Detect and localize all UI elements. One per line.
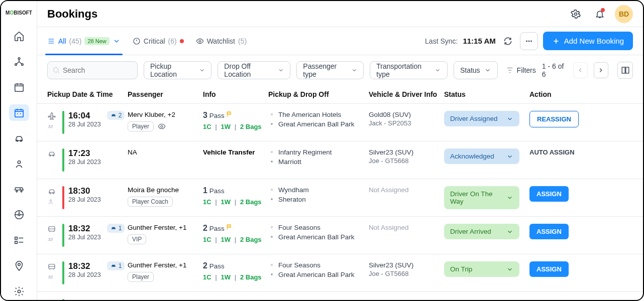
driver-name: Joe - GT5668 [369, 157, 444, 165]
pickup-location: Four Seasons [268, 299, 369, 300]
add-new-booking-button[interactable]: Add New Booking [543, 32, 633, 50]
refresh-icon[interactable] [501, 34, 515, 48]
pass-count: 2 Pass [203, 299, 268, 300]
action-button[interactable]: ASSIGN [529, 261, 569, 277]
nav-calendar-icon[interactable] [9, 79, 29, 95]
nav-car-icon[interactable] [9, 130, 29, 146]
tab-all-new-chip: 28 New [84, 37, 109, 45]
watch-icon[interactable] [158, 122, 166, 130]
vehicle-name: Silver23 (SUV) [369, 148, 444, 156]
svg-rect-13 [15, 241, 17, 244]
svg-point-31 [50, 155, 51, 156]
filter-pickup-location[interactable]: Pickup Location [144, 61, 211, 79]
pass-count: 1 Pass [203, 186, 268, 195]
status-dropdown[interactable]: Driver Assigned [444, 111, 519, 126]
role-tag: Player [128, 272, 154, 282]
search-icon [52, 66, 60, 74]
svg-point-33 [271, 151, 273, 153]
svg-rect-24 [625, 67, 628, 73]
status-dropdown[interactable]: Driver Arrived [444, 224, 519, 239]
col-status: Status [444, 90, 529, 98]
nav-fleet-icon[interactable] [9, 181, 29, 198]
nav-org-icon[interactable] [9, 53, 29, 70]
luggage-detail: 1C | 1W | 2 Bags [203, 273, 268, 281]
filter-status[interactable]: Status [454, 61, 498, 79]
svg-point-9 [21, 191, 22, 193]
nav-settings-icon[interactable] [9, 283, 29, 300]
svg-point-48 [51, 276, 52, 277]
tab-critical[interactable]: Critical (6) [133, 27, 184, 55]
filter-passenger-type[interactable]: Passenger type [296, 61, 364, 79]
search-input[interactable] [47, 61, 138, 79]
svg-point-19 [526, 40, 527, 41]
svg-rect-23 [622, 67, 625, 73]
pass-count: 2 Pass [203, 224, 268, 233]
prev-page-button[interactable] [573, 62, 588, 78]
critical-dot-icon [180, 39, 184, 43]
pass-count: 3 Pass [203, 111, 268, 120]
svg-point-22 [54, 68, 58, 72]
col-route: Pickup & Drop Off [268, 90, 369, 98]
svg-point-29 [271, 113, 273, 115]
nav-home-icon[interactable] [9, 28, 29, 44]
table-row[interactable]: 18:32 Gunther Ferster, +1 2 Pass Four Se… [37, 292, 643, 300]
next-page-button[interactable] [594, 62, 608, 78]
svg-point-7 [18, 161, 21, 164]
group-icon [47, 123, 54, 130]
action-button[interactable]: ASSIGN [529, 224, 569, 239]
svg-point-8 [16, 191, 18, 193]
svg-point-27 [161, 125, 163, 127]
pass-count: 2 Pass [203, 261, 268, 270]
svg-point-39 [271, 198, 273, 200]
tab-watchlist[interactable]: Watchlist (5) [196, 27, 247, 55]
table-row[interactable]: 16:0428 Jul 2023 2 Merv Kluber, +2 Playe… [37, 104, 643, 141]
pickup-location: Four Seasons [268, 224, 369, 231]
pickup-time: 18:32 [68, 261, 101, 271]
tab-all-count: (45) [69, 37, 82, 45]
status-bar [62, 148, 64, 172]
nav-location-icon[interactable] [9, 258, 29, 274]
settings-gear-icon[interactable] [567, 5, 585, 23]
svg-point-20 [528, 40, 529, 41]
passenger-name: Merv Kluber, +2 [128, 111, 203, 118]
nav-steering-icon[interactable] [9, 207, 29, 223]
status-dropdown[interactable]: Acknowledged [444, 148, 519, 164]
table-row[interactable]: 17:2328 Jul 2023 NA Vehicle Transfer Inf… [37, 141, 643, 179]
svg-point-14 [18, 263, 20, 266]
filter-transportation-type[interactable]: Transportation type [370, 61, 448, 79]
status-dropdown[interactable]: On Trip [444, 261, 519, 277]
nav-list-icon[interactable] [9, 232, 29, 249]
flag-icon [226, 225, 233, 232]
sidebar: MOBISOFT [1, 1, 37, 300]
svg-rect-3 [15, 84, 23, 91]
driver-name: Jack - SP2053 [369, 119, 444, 127]
action-button[interactable]: REASSIGN [529, 111, 579, 127]
more-menu-button[interactable] [520, 32, 538, 50]
filters-button[interactable]: Filters [506, 66, 536, 74]
svg-rect-12 [15, 237, 17, 240]
svg-point-50 [271, 273, 273, 275]
user-avatar[interactable]: BD [615, 5, 633, 23]
pickup-date: 28 Jul 2023 [68, 121, 101, 128]
table-row[interactable]: 18:3228 Jul 2023 1 Gunther Ferster, +1 P… [37, 254, 643, 292]
driver-name: Joe - GT5668 [369, 270, 444, 277]
trip-type-icon [47, 262, 56, 271]
filter-dropoff-location[interactable]: Drop Off Location [218, 61, 290, 79]
svg-point-32 [53, 155, 54, 156]
pickup-location: The American Hotels [268, 111, 369, 118]
trip-type-icon [47, 112, 56, 121]
col-action: Action [529, 90, 633, 98]
tab-all[interactable]: All (45) 28 New [47, 27, 121, 55]
nav-person-icon[interactable] [9, 156, 29, 172]
pax-badge: 2 [107, 111, 125, 120]
columns-toggle-button[interactable] [617, 62, 633, 79]
nav-bookings-icon[interactable] [9, 104, 29, 121]
passenger-name: Gunther Ferster, +1 [128, 224, 203, 231]
table-row[interactable]: 18:3228 Jul 2023 1 Gunther Ferster, +1 V… [37, 217, 643, 254]
notifications-bell-icon[interactable] [591, 5, 609, 23]
action-button[interactable]: ASSIGN [529, 186, 569, 202]
logo: MOBISOFT [5, 7, 33, 19]
status-dropdown[interactable]: Driver On The Way [444, 186, 519, 209]
group-icon [47, 198, 54, 205]
table-row[interactable]: 18:3028 Jul 2023 Moira Be gnoche Player … [37, 179, 643, 217]
